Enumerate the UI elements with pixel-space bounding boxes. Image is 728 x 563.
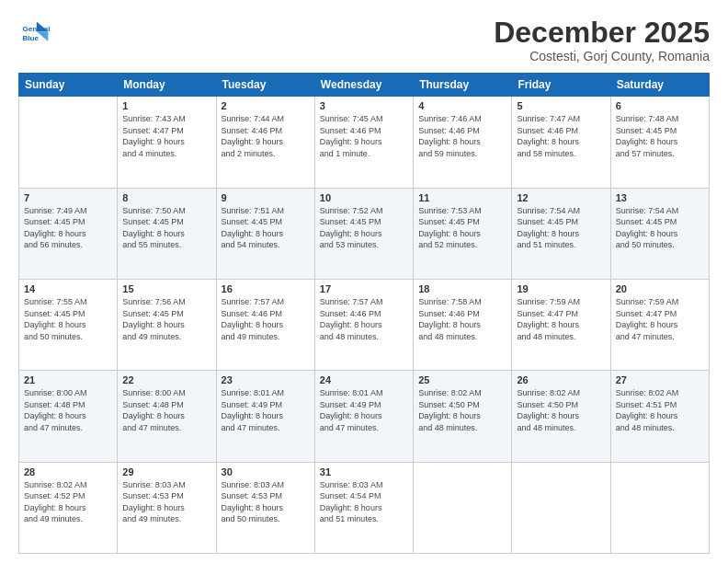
weekday-header-saturday: Saturday <box>610 74 709 97</box>
day-info: Sunrise: 7:50 AMSunset: 4:45 PMDaylight:… <box>122 205 210 251</box>
calendar-week-4: 21Sunrise: 8:00 AMSunset: 4:48 PMDayligh… <box>19 371 710 462</box>
calendar-cell: 18Sunrise: 7:58 AMSunset: 4:46 PMDayligh… <box>414 279 512 370</box>
calendar-cell: 20Sunrise: 7:59 AMSunset: 4:47 PMDayligh… <box>610 279 709 370</box>
day-info: Sunrise: 7:56 AMSunset: 4:45 PMDaylight:… <box>122 296 210 342</box>
month-title: December 2025 <box>494 17 710 49</box>
calendar-cell: 15Sunrise: 7:56 AMSunset: 4:45 PMDayligh… <box>118 279 216 370</box>
location-subtitle: Costesti, Gorj County, Romania <box>494 49 710 63</box>
calendar-cell <box>512 462 610 553</box>
day-number: 2 <box>222 100 310 111</box>
weekday-header-monday: Monday <box>118 74 216 97</box>
calendar-cell: 11Sunrise: 7:53 AMSunset: 4:45 PMDayligh… <box>414 188 512 279</box>
calendar-cell: 17Sunrise: 7:57 AMSunset: 4:46 PMDayligh… <box>314 279 413 370</box>
calendar-cell: 5Sunrise: 7:47 AMSunset: 4:46 PMDaylight… <box>512 97 610 188</box>
day-info: Sunrise: 8:00 AMSunset: 4:48 PMDaylight:… <box>24 387 112 433</box>
calendar-cell: 14Sunrise: 7:55 AMSunset: 4:45 PMDayligh… <box>19 279 118 370</box>
day-info: Sunrise: 7:47 AMSunset: 4:46 PMDaylight:… <box>517 113 605 159</box>
calendar-cell: 26Sunrise: 8:02 AMSunset: 4:50 PMDayligh… <box>512 371 610 462</box>
page: General Blue December 2025 Costesti, Gor… <box>0 0 728 563</box>
day-info: Sunrise: 8:02 AMSunset: 4:50 PMDaylight:… <box>418 387 506 433</box>
day-number: 23 <box>222 374 310 385</box>
day-number: 17 <box>320 283 408 294</box>
calendar-cell: 3Sunrise: 7:45 AMSunset: 4:46 PMDaylight… <box>314 97 413 188</box>
calendar-cell: 28Sunrise: 8:02 AMSunset: 4:52 PMDayligh… <box>19 462 118 553</box>
day-info: Sunrise: 8:03 AMSunset: 4:54 PMDaylight:… <box>320 479 408 525</box>
day-number: 10 <box>320 192 408 203</box>
day-number: 12 <box>517 192 605 203</box>
day-info: Sunrise: 8:02 AMSunset: 4:52 PMDaylight:… <box>24 479 112 525</box>
day-number: 3 <box>320 100 408 111</box>
weekday-header-wednesday: Wednesday <box>314 74 413 97</box>
day-info: Sunrise: 7:44 AMSunset: 4:46 PMDaylight:… <box>222 113 310 159</box>
calendar-cell: 19Sunrise: 7:59 AMSunset: 4:47 PMDayligh… <box>512 279 610 370</box>
day-number: 18 <box>418 283 506 294</box>
calendar-cell: 22Sunrise: 8:00 AMSunset: 4:48 PMDayligh… <box>118 371 216 462</box>
weekday-header-row: SundayMondayTuesdayWednesdayThursdayFrid… <box>19 74 710 97</box>
calendar-cell: 9Sunrise: 7:51 AMSunset: 4:45 PMDaylight… <box>216 188 314 279</box>
calendar-cell: 30Sunrise: 8:03 AMSunset: 4:53 PMDayligh… <box>216 462 314 553</box>
day-number: 8 <box>122 192 210 203</box>
day-info: Sunrise: 7:49 AMSunset: 4:45 PMDaylight:… <box>24 205 112 251</box>
day-number: 11 <box>418 192 506 203</box>
day-number: 5 <box>517 100 605 111</box>
weekday-header-thursday: Thursday <box>414 74 512 97</box>
calendar-cell: 12Sunrise: 7:54 AMSunset: 4:45 PMDayligh… <box>512 188 610 279</box>
header: General Blue December 2025 Costesti, Gor… <box>18 17 710 63</box>
weekday-header-sunday: Sunday <box>19 74 118 97</box>
day-number: 19 <box>517 283 605 294</box>
calendar-body: 1Sunrise: 7:43 AMSunset: 4:47 PMDaylight… <box>19 97 710 554</box>
svg-text:General: General <box>23 25 51 33</box>
day-info: Sunrise: 8:03 AMSunset: 4:53 PMDaylight:… <box>222 479 310 525</box>
calendar-cell: 8Sunrise: 7:50 AMSunset: 4:45 PMDaylight… <box>118 188 216 279</box>
day-info: Sunrise: 7:57 AMSunset: 4:46 PMDaylight:… <box>222 296 310 342</box>
day-info: Sunrise: 7:53 AMSunset: 4:45 PMDaylight:… <box>418 205 506 251</box>
day-number: 15 <box>122 283 210 294</box>
calendar-cell: 7Sunrise: 7:49 AMSunset: 4:45 PMDaylight… <box>19 188 118 279</box>
calendar-cell: 6Sunrise: 7:48 AMSunset: 4:45 PMDaylight… <box>610 97 709 188</box>
day-info: Sunrise: 7:58 AMSunset: 4:46 PMDaylight:… <box>418 296 506 342</box>
calendar-cell: 21Sunrise: 8:00 AMSunset: 4:48 PMDayligh… <box>19 371 118 462</box>
day-info: Sunrise: 7:45 AMSunset: 4:46 PMDaylight:… <box>320 113 408 159</box>
calendar-cell: 31Sunrise: 8:03 AMSunset: 4:54 PMDayligh… <box>314 462 413 553</box>
day-info: Sunrise: 8:01 AMSunset: 4:49 PMDaylight:… <box>222 387 310 433</box>
calendar-cell: 1Sunrise: 7:43 AMSunset: 4:47 PMDaylight… <box>118 97 216 188</box>
svg-text:Blue: Blue <box>23 34 40 42</box>
calendar-cell: 23Sunrise: 8:01 AMSunset: 4:49 PMDayligh… <box>216 371 314 462</box>
calendar-cell <box>19 97 118 188</box>
calendar-table: SundayMondayTuesdayWednesdayThursdayFrid… <box>18 73 710 554</box>
day-number: 13 <box>616 192 704 203</box>
day-number: 29 <box>122 466 210 477</box>
day-info: Sunrise: 7:57 AMSunset: 4:46 PMDaylight:… <box>320 296 408 342</box>
calendar-cell: 24Sunrise: 8:01 AMSunset: 4:49 PMDayligh… <box>314 371 413 462</box>
day-number: 24 <box>320 374 408 385</box>
calendar-week-1: 1Sunrise: 7:43 AMSunset: 4:47 PMDaylight… <box>19 97 710 188</box>
calendar-cell: 25Sunrise: 8:02 AMSunset: 4:50 PMDayligh… <box>414 371 512 462</box>
day-info: Sunrise: 7:48 AMSunset: 4:45 PMDaylight:… <box>616 113 704 159</box>
day-number: 7 <box>24 192 112 203</box>
day-info: Sunrise: 7:46 AMSunset: 4:46 PMDaylight:… <box>418 113 506 159</box>
day-number: 16 <box>222 283 310 294</box>
calendar-cell: 29Sunrise: 8:03 AMSunset: 4:53 PMDayligh… <box>118 462 216 553</box>
day-number: 27 <box>616 374 704 385</box>
day-number: 6 <box>616 100 704 111</box>
day-info: Sunrise: 7:59 AMSunset: 4:47 PMDaylight:… <box>517 296 605 342</box>
day-info: Sunrise: 7:59 AMSunset: 4:47 PMDaylight:… <box>616 296 704 342</box>
day-number: 20 <box>616 283 704 294</box>
day-number: 9 <box>222 192 310 203</box>
day-info: Sunrise: 8:02 AMSunset: 4:51 PMDaylight:… <box>616 387 704 433</box>
day-info: Sunrise: 8:01 AMSunset: 4:49 PMDaylight:… <box>320 387 408 433</box>
calendar-cell: 27Sunrise: 8:02 AMSunset: 4:51 PMDayligh… <box>610 371 709 462</box>
day-number: 21 <box>24 374 112 385</box>
calendar-cell: 13Sunrise: 7:54 AMSunset: 4:45 PMDayligh… <box>610 188 709 279</box>
day-number: 26 <box>517 374 605 385</box>
day-info: Sunrise: 8:02 AMSunset: 4:50 PMDaylight:… <box>517 387 605 433</box>
calendar-cell <box>414 462 512 553</box>
day-number: 31 <box>320 466 408 477</box>
day-number: 1 <box>122 100 210 111</box>
day-number: 28 <box>24 466 112 477</box>
calendar-cell <box>610 462 709 553</box>
day-number: 4 <box>418 100 506 111</box>
day-number: 22 <box>122 374 210 385</box>
weekday-header-friday: Friday <box>512 74 610 97</box>
day-info: Sunrise: 8:00 AMSunset: 4:48 PMDaylight:… <box>122 387 210 433</box>
